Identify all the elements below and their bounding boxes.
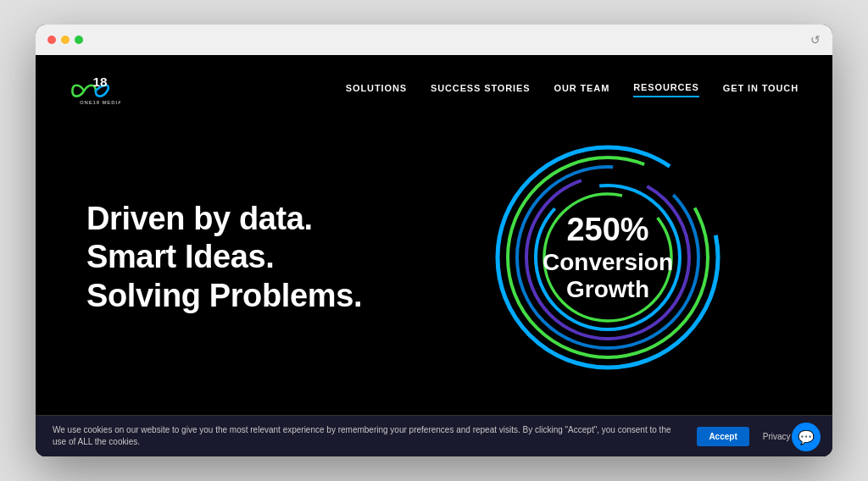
nav-item-get-in-touch[interactable]: GET IN TOUCH [723, 83, 798, 97]
circle-stat: 250% Conversion Growth [523, 212, 693, 303]
nav-item-success-stories[interactable]: SUCCESS STORIES [431, 83, 531, 97]
navbar: 18 ONE18 MEDIA SOLUTIONS SUCCESS STORIES… [36, 55, 832, 117]
browser-window: ↺ 18 ONE18 MEDIA [36, 25, 832, 456]
hero-text: Driven by data. Smart Ideas. Solving Pro… [86, 200, 434, 316]
cookie-banner: We use cookies on our website to give yo… [36, 415, 832, 456]
logo-area[interactable]: 18 ONE18 MEDIA [70, 70, 120, 108]
website-content: 18 ONE18 MEDIA SOLUTIONS SUCCESS STORIES… [36, 55, 832, 456]
circle-graphic: 250% Conversion Growth [489, 139, 726, 376]
chat-bubble-button[interactable]: 💬 [792, 423, 821, 451]
hero-section: Driven by data. Smart Ideas. Solving Pro… [36, 117, 832, 415]
nav-links: SOLUTIONS SUCCESS STORIES OUR TEAM RESOU… [346, 82, 798, 97]
chat-icon: 💬 [798, 429, 815, 445]
nav-item-solutions[interactable]: SOLUTIONS [346, 83, 407, 97]
traffic-light-maximize[interactable] [75, 36, 83, 44]
stat-label2: Growth [523, 276, 693, 303]
svg-text:ONE18 MEDIA: ONE18 MEDIA [80, 100, 120, 105]
cookie-accept-button[interactable]: Accept [697, 427, 748, 446]
traffic-light-minimize[interactable] [61, 36, 70, 44]
hero-headline: Driven by data. Smart Ideas. Solving Pro… [86, 200, 434, 316]
browser-chrome: ↺ [36, 25, 832, 55]
hero-line-2: Smart Ideas. [86, 238, 434, 277]
nav-item-our-team[interactable]: OUR TEAM [554, 83, 609, 97]
traffic-light-close[interactable] [47, 36, 56, 44]
reload-button[interactable]: ↺ [810, 33, 821, 47]
logo-icon: 18 ONE18 MEDIA [70, 70, 120, 108]
svg-text:18: 18 [92, 75, 108, 89]
stat-label1: Conversion [523, 249, 693, 276]
hero-line-3: Solving Problems. [86, 277, 434, 316]
hero-line-1: Driven by data. [86, 200, 434, 239]
cookie-text: We use cookies on our website to give yo… [53, 424, 683, 448]
stat-value: 250% [523, 212, 693, 249]
hero-graphic: 250% Conversion Growth [434, 139, 782, 376]
nav-item-resources[interactable]: RESOURCES [633, 82, 699, 97]
